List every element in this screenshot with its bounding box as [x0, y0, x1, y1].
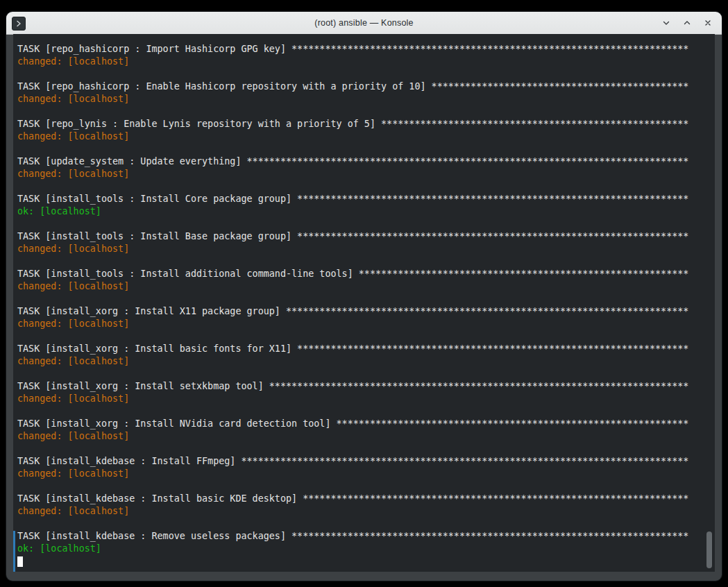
task-status-line: ok: [localhost] [17, 543, 715, 555]
task-block: TASK [install_tools : Install Core packa… [17, 193, 715, 218]
chevron-down-icon [661, 18, 671, 28]
close-button[interactable] [701, 16, 715, 30]
task-banner-line: TASK [install_kdebase : Install basic KD… [17, 493, 715, 505]
window-controls [659, 12, 715, 34]
task-banner-line: TASK [repo_lynis : Enable Lynis reposito… [17, 118, 715, 130]
task-status-line: changed: [localhost] [17, 56, 715, 68]
task-block: TASK [repo_lynis : Enable Lynis reposito… [17, 118, 715, 143]
task-banner-line: TASK [install_tools : Install Base packa… [17, 230, 715, 243]
task-status-line: changed: [localhost] [17, 93, 715, 105]
minimize-button[interactable] [659, 16, 673, 30]
window-title: (root) ansible — Konsole [6, 18, 722, 28]
task-block: TASK [repo_hashicorp : Enable Hashicorp … [17, 80, 715, 105]
task-banner-line: TASK [install_tools : Install additional… [17, 268, 715, 280]
task-status-line: changed: [localhost] [17, 130, 715, 143]
task-status-line: changed: [localhost] [17, 393, 715, 405]
task-block: TASK [install_xorg : Install NVidia card… [17, 418, 715, 443]
task-banner-line: TASK [install_xorg : Install setxkbmap t… [17, 380, 715, 393]
task-block: TASK [install_kdebase : Install basic KD… [17, 493, 715, 518]
task-block: TASK [install_kdebase : Remove useless p… [17, 530, 715, 555]
task-banner-line: TASK [install_xorg : Install NVidia card… [17, 418, 715, 430]
task-status-line: changed: [localhost] [17, 243, 715, 255]
task-status-line: changed: [localhost] [17, 168, 715, 180]
new-output-marker [13, 531, 15, 572]
terminal-output: TASK [repo_hashicorp : Import Hashicorp … [13, 34, 715, 568]
task-block: TASK [install_tools : Install additional… [17, 268, 715, 293]
task-banner-line: TASK [install_xorg : Install X11 package… [17, 305, 715, 318]
task-status-line: changed: [localhost] [17, 430, 715, 443]
task-block: TASK [install_xorg : Install setxkbmap t… [17, 380, 715, 405]
task-banner-line: TASK [install_xorg : Install basic fonts… [17, 343, 715, 355]
task-status-line: changed: [localhost] [17, 280, 715, 293]
task-block: TASK [install_xorg : Install X11 package… [17, 305, 715, 330]
close-icon [703, 18, 713, 28]
task-status-line: changed: [localhost] [17, 355, 715, 368]
task-status-line: changed: [localhost] [17, 505, 715, 518]
task-banner-line: TASK [update_system : Update everything]… [17, 155, 715, 168]
task-status-line: changed: [localhost] [17, 318, 715, 330]
task-banner-line: TASK [install_kdebase : Remove useless p… [17, 530, 715, 543]
task-banner-line: TASK [repo_hashicorp : Enable Hashicorp … [17, 80, 715, 93]
task-block: TASK [install_tools : Install Base packa… [17, 230, 715, 255]
task-banner-line: TASK [install_kdebase : Install FFmpeg] … [17, 455, 715, 468]
task-banner-line: TASK [repo_hashicorp : Import Hashicorp … [17, 43, 715, 56]
task-block: TASK [install_xorg : Install basic fonts… [17, 343, 715, 368]
titlebar[interactable]: (root) ansible — Konsole [6, 12, 722, 35]
konsole-window: (root) ansible — Konsole TASK [repo_hash… [6, 12, 722, 581]
task-status-line: ok: [localhost] [17, 205, 715, 218]
chevron-up-icon [682, 18, 692, 28]
maximize-button[interactable] [680, 16, 694, 30]
terminal-cursor [17, 556, 23, 567]
task-banner-line: TASK [install_tools : Install Core packa… [17, 193, 715, 205]
task-block: TASK [install_kdebase : Install FFmpeg] … [17, 455, 715, 480]
task-block: TASK [repo_hashicorp : Import Hashicorp … [17, 43, 715, 68]
terminal-cursor-line [17, 555, 715, 568]
task-status-line: changed: [localhost] [17, 468, 715, 480]
task-block: TASK [update_system : Update everything]… [17, 155, 715, 180]
scrollbar-thumb[interactable] [706, 531, 712, 568]
terminal-viewport[interactable]: TASK [repo_hashicorp : Import Hashicorp … [13, 34, 715, 572]
